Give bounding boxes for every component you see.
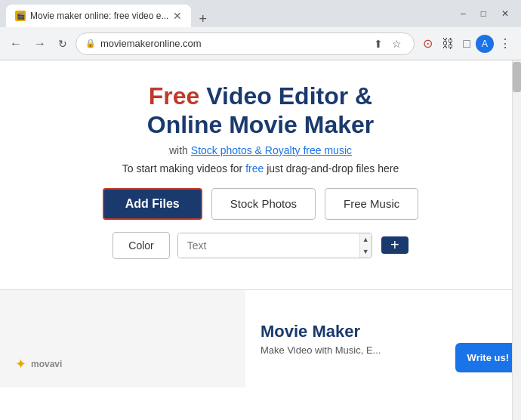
new-tab-button[interactable]: + bbox=[194, 11, 211, 27]
hero-desc-post: just drag-and-drop files here bbox=[264, 162, 399, 174]
text-input-wrap: ▲ ▼ bbox=[177, 233, 372, 258]
add-files-button[interactable]: Add Files bbox=[103, 188, 202, 220]
url-bar[interactable]: 🔒 moviemakeronline.com ⬆ ☆ bbox=[76, 32, 415, 55]
active-tab[interactable]: 🎬 Movie maker online: free video e... ✕ bbox=[6, 5, 191, 27]
primary-button-row: Add Files Stock Photos Free Music bbox=[30, 188, 491, 220]
url-actions: ⬆ ☆ bbox=[371, 36, 405, 51]
bottom-right-panel: Movie Maker Make Video with Music, E... … bbox=[245, 290, 521, 388]
hero-subtitle: with Stock photos & Royalty free music bbox=[30, 144, 491, 156]
forward-button[interactable]: → bbox=[30, 34, 50, 54]
tab-title: Movie maker online: free video e... bbox=[30, 11, 168, 21]
hero-sub-link[interactable]: Stock photos & Royalty free music bbox=[191, 144, 352, 156]
hero-description: To start making videos for free just dra… bbox=[30, 162, 491, 174]
tab-area: 🎬 Movie maker online: free video e... ✕ … bbox=[6, 0, 455, 27]
close-button[interactable]: ✕ bbox=[495, 7, 515, 20]
movavi-logo: ✦ movavi bbox=[15, 356, 62, 372]
bottom-left-panel: ✦ movavi bbox=[0, 290, 245, 388]
minimize-button[interactable]: – bbox=[455, 7, 472, 20]
scroll-up-button[interactable]: ▲ bbox=[360, 233, 371, 246]
star-icon[interactable]: ☆ bbox=[389, 36, 405, 51]
opera-icon[interactable]: ⊙ bbox=[419, 33, 436, 54]
write-us-button[interactable]: Write us! bbox=[455, 343, 521, 372]
bottom-headline: Movie Maker bbox=[260, 322, 506, 341]
hero-sub-with: with bbox=[169, 144, 191, 156]
url-text: moviemakeronline.com bbox=[100, 38, 366, 49]
free-music-button[interactable]: Free Music bbox=[325, 188, 418, 220]
menu-icon[interactable]: ⋮ bbox=[495, 33, 515, 54]
stock-photos-button[interactable]: Stock Photos bbox=[211, 188, 316, 220]
hero-free-link[interactable]: free bbox=[245, 162, 264, 174]
plus-button[interactable]: + bbox=[381, 236, 408, 254]
movavi-icon: ✦ bbox=[15, 356, 26, 372]
share-icon[interactable]: ⬆ bbox=[371, 36, 386, 51]
back-button[interactable]: ← bbox=[6, 34, 26, 54]
hero-free-word: Free bbox=[149, 82, 200, 110]
scroll-down-button[interactable]: ▼ bbox=[360, 246, 371, 258]
window-controls: – □ ✕ bbox=[455, 7, 515, 20]
text-scroll: ▲ ▼ bbox=[359, 233, 371, 258]
lock-icon: 🔒 bbox=[85, 39, 96, 48]
text-input[interactable] bbox=[178, 233, 359, 258]
color-button[interactable]: Color bbox=[113, 232, 169, 259]
extensions-icon[interactable]: ⛓ bbox=[438, 34, 458, 54]
refresh-button[interactable]: ↻ bbox=[54, 35, 71, 53]
tab-close-button[interactable]: ✕ bbox=[173, 11, 182, 21]
profile-button[interactable]: A bbox=[476, 35, 494, 53]
tab-favicon: 🎬 bbox=[15, 11, 26, 21]
page-content: Free Video Editor & Online Movie Maker w… bbox=[0, 60, 521, 289]
movavi-text: movavi bbox=[31, 359, 62, 369]
address-bar: ← → ↻ 🔒 moviemakeronline.com ⬆ ☆ ⊙ ⛓ □ A… bbox=[0, 27, 521, 60]
secondary-controls-row: Color ▲ ▼ + bbox=[30, 232, 491, 259]
hero-title: Free Video Editor & Online Movie Maker bbox=[30, 82, 491, 140]
maximize-button[interactable]: □ bbox=[475, 7, 492, 20]
sidebar-icon[interactable]: □ bbox=[459, 34, 474, 54]
scrollbar-thumb[interactable] bbox=[513, 62, 521, 92]
page-scrollbar[interactable] bbox=[512, 60, 521, 420]
bottom-area: ✦ movavi Movie Maker Make Video with Mus… bbox=[0, 289, 521, 388]
hero-line2: Online Movie Maker bbox=[147, 111, 375, 138]
hero-desc-pre: To start making videos for bbox=[122, 162, 245, 174]
title-bar: 🎬 Movie maker online: free video e... ✕ … bbox=[0, 0, 521, 27]
hero-title-rest: Video Editor & bbox=[199, 82, 372, 110]
browser-toolbar: ⊙ ⛓ □ A ⋮ bbox=[419, 33, 515, 54]
